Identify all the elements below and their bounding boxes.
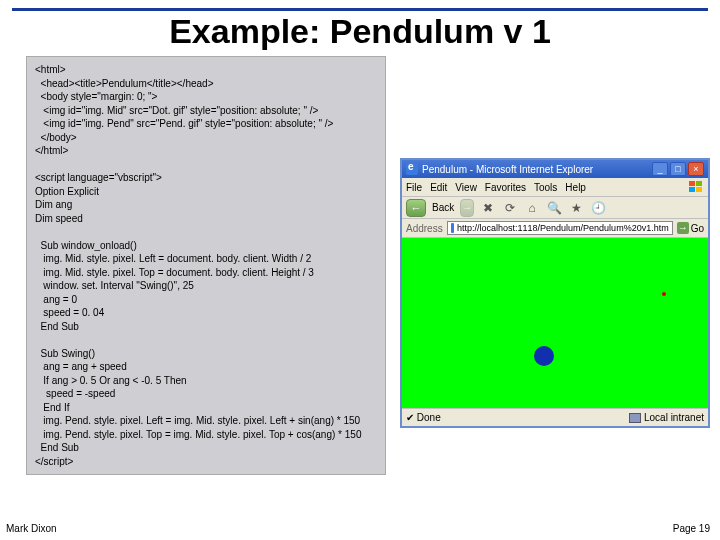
go-button[interactable]: → Go — [677, 222, 704, 234]
status-right: Local intranet — [629, 412, 704, 423]
slide-title: Example: Pendulum v 1 — [0, 12, 720, 51]
back-button[interactable]: ← — [406, 199, 426, 217]
zone-icon — [629, 413, 641, 423]
browser-window: Pendulum - Microsoft Internet Explorer _… — [400, 158, 710, 428]
menu-help[interactable]: Help — [565, 182, 586, 193]
menu-file[interactable]: File — [406, 182, 422, 193]
stop-icon[interactable]: ✖ — [480, 200, 496, 216]
url-input[interactable]: http://localhost:1118/Pendulum/Pendulum%… — [447, 221, 673, 235]
go-label: Go — [691, 223, 704, 234]
page-content — [402, 238, 708, 408]
go-arrow-icon: → — [677, 222, 689, 234]
page-favicon-icon — [451, 223, 454, 233]
menu-favorites[interactable]: Favorites — [485, 182, 526, 193]
code-listing: <html> <head><title>Pendulum</title></he… — [26, 56, 386, 475]
window-title: Pendulum - Microsoft Internet Explorer — [422, 164, 652, 175]
search-icon[interactable]: 🔍 — [546, 200, 562, 216]
status-bar: ✔ Done Local intranet — [402, 408, 708, 426]
back-label: Back — [432, 202, 454, 213]
browser-titlebar: Pendulum - Microsoft Internet Explorer _… — [402, 160, 708, 178]
zone-label: Local intranet — [644, 412, 704, 423]
ie-icon — [406, 163, 418, 175]
maximize-button[interactable]: □ — [670, 162, 686, 176]
address-bar: Address http://localhost:1118/Pendulum/P… — [402, 219, 708, 238]
minimize-button[interactable]: _ — [652, 162, 668, 176]
footer-page: Page 19 — [673, 523, 710, 534]
window-buttons: _ □ × — [652, 162, 704, 176]
menu-tools[interactable]: Tools — [534, 182, 557, 193]
url-text: http://localhost:1118/Pendulum/Pendulum%… — [457, 223, 669, 233]
menu-bar: File Edit View Favorites Tools Help — [402, 178, 708, 197]
title-rule — [12, 8, 708, 11]
forward-button[interactable]: → — [460, 199, 474, 217]
mid-dot — [662, 292, 666, 296]
status-left: ✔ Done — [406, 412, 441, 423]
slide: Example: Pendulum v 1 <html> <head><titl… — [0, 0, 720, 540]
refresh-icon[interactable]: ⟳ — [502, 200, 518, 216]
history-icon[interactable]: 🕘 — [590, 200, 606, 216]
menu-edit[interactable]: Edit — [430, 182, 447, 193]
windows-logo-icon — [688, 180, 704, 194]
close-button[interactable]: × — [688, 162, 704, 176]
home-icon[interactable]: ⌂ — [524, 200, 540, 216]
favorites-icon[interactable]: ★ — [568, 200, 584, 216]
footer-author: Mark Dixon — [6, 523, 57, 534]
address-label: Address — [406, 223, 443, 234]
menu-view[interactable]: View — [455, 182, 477, 193]
pendulum-dot — [534, 346, 554, 366]
toolbar: ← Back → ✖ ⟳ ⌂ 🔍 ★ 🕘 — [402, 197, 708, 219]
